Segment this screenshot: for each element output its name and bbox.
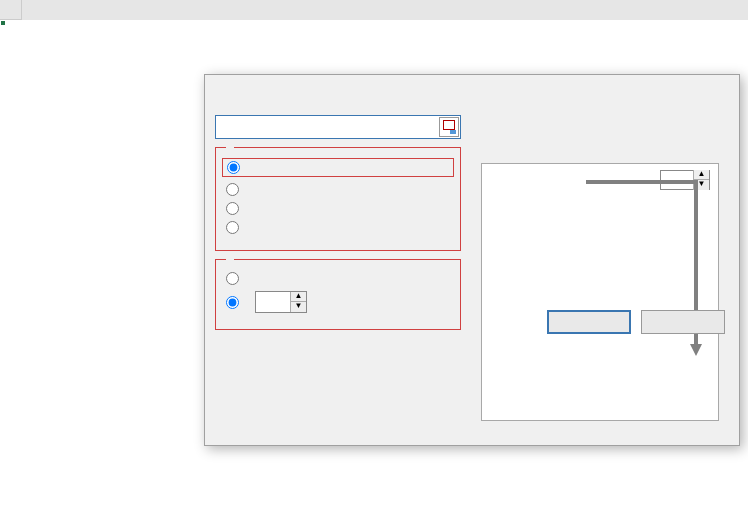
ok-button[interactable] bbox=[547, 310, 631, 334]
radio-range-to-row[interactable] bbox=[226, 221, 239, 234]
radio-range-to-col[interactable] bbox=[226, 202, 239, 215]
fill-handle[interactable] bbox=[0, 20, 6, 26]
range-input[interactable] bbox=[216, 120, 438, 135]
titlebar[interactable] bbox=[205, 75, 739, 105]
radio-blank-delimits[interactable] bbox=[226, 272, 239, 285]
arrow-icon bbox=[482, 164, 720, 422]
opt-range-to-row[interactable] bbox=[226, 221, 450, 234]
opt-blank-delimits[interactable] bbox=[226, 272, 450, 285]
cancel-button[interactable] bbox=[641, 310, 725, 334]
transform-range-dialog: ▲ ▼ ▲ ▼ bbox=[204, 74, 740, 446]
range-picker-icon[interactable] bbox=[439, 117, 459, 137]
fixed-value-spinner[interactable]: ▲ ▼ bbox=[255, 291, 307, 313]
help-icon[interactable] bbox=[671, 79, 701, 101]
select-all-corner[interactable] bbox=[0, 0, 22, 20]
range-input-wrap bbox=[215, 115, 461, 139]
opt-row-to-range[interactable] bbox=[226, 183, 450, 196]
rows-per-record-group: ▲ ▼ bbox=[215, 259, 461, 330]
opt-fixed-value[interactable]: ▲ ▼ bbox=[226, 291, 450, 313]
opt-range-to-col[interactable] bbox=[226, 202, 450, 215]
preview-panel: ▲ ▼ bbox=[481, 163, 719, 421]
close-icon[interactable] bbox=[701, 79, 731, 101]
selection-outline bbox=[0, 20, 4, 24]
spreadsheet[interactable] bbox=[0, 0, 748, 20]
opt-col-to-range[interactable] bbox=[222, 158, 454, 177]
radio-fixed-value[interactable] bbox=[226, 296, 239, 309]
spin-down-icon[interactable]: ▼ bbox=[290, 302, 306, 312]
transform-type-group bbox=[215, 147, 461, 251]
radio-col-to-range[interactable] bbox=[227, 161, 240, 174]
spin-down-icon[interactable]: ▼ bbox=[693, 180, 709, 190]
preview-spinner[interactable]: ▲ ▼ bbox=[660, 170, 710, 190]
radio-row-to-range[interactable] bbox=[226, 183, 239, 196]
preview-spin-input[interactable] bbox=[661, 173, 693, 187]
fixed-value-input[interactable] bbox=[256, 295, 290, 310]
